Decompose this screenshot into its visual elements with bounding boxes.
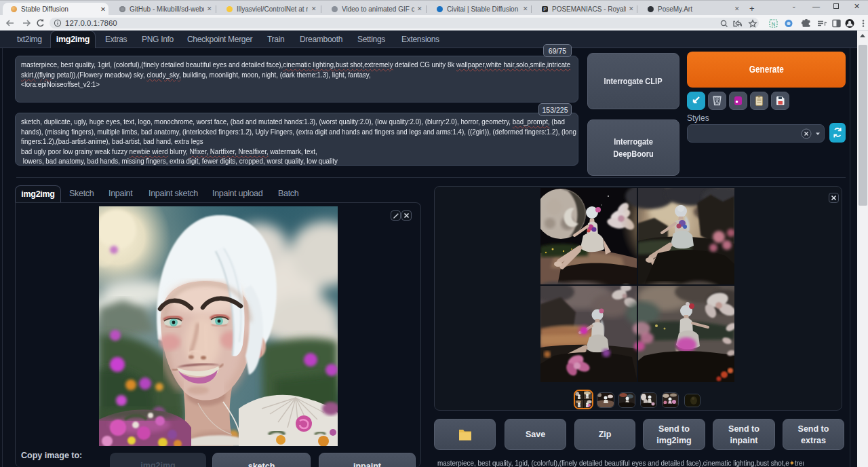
svg-text:N: N [772,20,775,26]
